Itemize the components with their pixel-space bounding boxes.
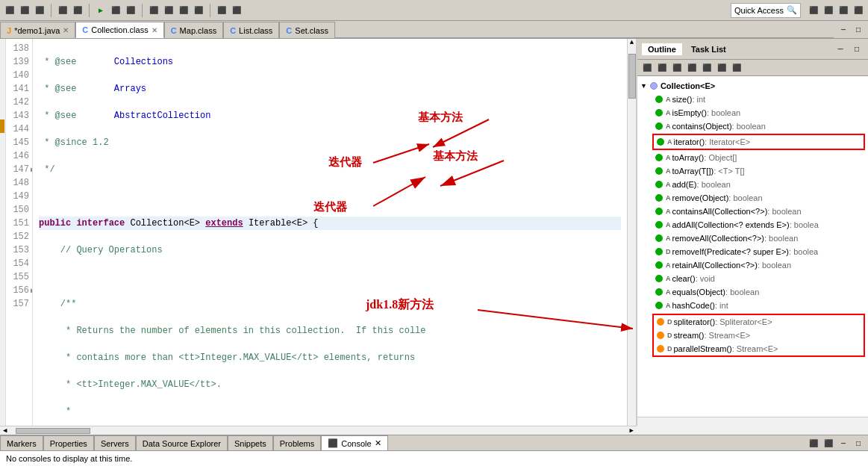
tab-snippets[interactable]: Snippets: [228, 435, 273, 450]
code-content-area[interactable]: * @see Collections * @see Arrays * @see …: [33, 39, 627, 426]
outline-root-item[interactable]: ▼ Collection<E>: [637, 79, 868, 93]
toolbar-btn-4[interactable]: ⬛: [56, 4, 69, 17]
toolbar-btn-8[interactable]: ⬛: [124, 4, 137, 17]
outline-method-clear[interactable]: A clear() : void: [637, 272, 868, 285]
outline-method-toArray2[interactable]: A toArray(T[]) : <T> T[]: [637, 164, 868, 178]
outline-horizontal-scrollbar[interactable]: [637, 417, 868, 426]
bottom-tb-2[interactable]: ⬛: [822, 437, 835, 450]
outline-method-remove[interactable]: A remove(Object) : boolean: [637, 191, 868, 205]
tab-servers[interactable]: Servers: [94, 435, 136, 450]
quick-access-box[interactable]: Quick Access 🔍: [731, 3, 801, 18]
access-containsAll: A: [666, 205, 671, 217]
scroll-thumb[interactable]: [628, 54, 636, 99]
outline-method-size[interactable]: A size() : int: [637, 93, 868, 106]
method-icon-retainAll: [655, 261, 663, 269]
outline-method-removeAll[interactable]: A removeAll(Collection<?>) : boolean: [637, 232, 868, 245]
outline-maximize-btn[interactable]: □: [850, 43, 864, 56]
toolbar-btn-13[interactable]: ⬛: [215, 4, 228, 17]
toolbar-btn-15[interactable]: ⬛: [807, 4, 820, 17]
outline-tab[interactable]: Outline: [642, 43, 682, 55]
toolbar-btn-18[interactable]: ⬛: [852, 4, 865, 17]
access-add: A: [666, 178, 671, 190]
tab-demo1[interactable]: J *demo1.java ✕: [0, 22, 75, 38]
bottom-minimize-btn[interactable]: ─: [837, 437, 850, 450]
outline-method-iterator[interactable]: A iterator() : Iterator<E>: [654, 135, 864, 149]
tab-markers[interactable]: Markers: [0, 435, 43, 450]
h-scroll-thumb[interactable]: [16, 428, 90, 434]
outline-method-removeIf[interactable]: D removeIf(Predicate<? super E>) : boole…: [637, 245, 868, 258]
access-toArray1: A: [666, 152, 671, 164]
outline-method-isEmpty[interactable]: A isEmpty() : boolean: [637, 106, 868, 119]
method-type-hashCode: : int: [715, 299, 728, 311]
outline-tb-1[interactable]: ⬛: [640, 61, 654, 75]
outline-method-parallelStream[interactable]: D parallelStream() : Stream<E>: [654, 342, 864, 355]
toolbar-btn-1[interactable]: ⬛: [3, 4, 16, 17]
outline-method-addAll[interactable]: A addAll(Collection<? extends E>) : bool…: [637, 218, 868, 232]
tab-console[interactable]: ⬛ Console ✕: [321, 435, 387, 450]
code-line-151: *: [39, 405, 621, 418]
editor-horizontal-scrollbar[interactable]: ◀ ▶: [0, 426, 637, 435]
access-clear: A: [666, 273, 671, 285]
line-num-139: 139: [6, 55, 29, 69]
toolbar-btn-10[interactable]: ⬛: [162, 4, 175, 17]
tab-label-snippets: Snippets: [234, 439, 266, 448]
toolbar-btn-17[interactable]: ⬛: [837, 4, 850, 17]
outline-tb-5[interactable]: ⬛: [700, 61, 714, 75]
scroll-left-btn[interactable]: ◀: [1, 426, 8, 435]
outline-minimize-btn[interactable]: ─: [834, 43, 847, 56]
bottom-tb-1[interactable]: ⬛: [807, 437, 820, 450]
toolbar-btn-16[interactable]: ⬛: [822, 4, 835, 17]
toolbar-btn-7[interactable]: ⬛: [109, 4, 122, 17]
method-type-retainAll: : boolean: [758, 259, 791, 271]
outline-tb-4[interactable]: ⬛: [685, 61, 699, 75]
toolbar-btn-11[interactable]: ⬛: [177, 4, 190, 17]
root-icon: [650, 82, 658, 90]
outline-method-containsAll[interactable]: A containsAll(Collection<?>) : boolean: [637, 205, 868, 218]
outline-tb-7[interactable]: ⬛: [730, 61, 743, 75]
outline-method-stream[interactable]: D stream() : Stream<E>: [654, 329, 864, 342]
bottom-maximize-btn[interactable]: □: [852, 437, 865, 450]
outline-tb-3[interactable]: ⬛: [670, 61, 684, 75]
outline-root-label: Collection<E>: [661, 80, 715, 92]
tab-list[interactable]: C List.class: [223, 22, 279, 38]
tab-close-collection[interactable]: ✕: [152, 26, 157, 34]
tab-map[interactable]: C Map.class: [164, 22, 223, 38]
task-list-tab[interactable]: Task List: [685, 43, 732, 55]
maximize-editor-btn[interactable]: □: [852, 23, 865, 37]
outline-method-toArray1[interactable]: A toArray() : Object[]: [637, 151, 868, 164]
outline-method-contains[interactable]: A contains(Object) : boolean: [637, 119, 868, 133]
root-collapse-icon[interactable]: ▼: [640, 80, 647, 92]
toolbar-btn-9[interactable]: ⬛: [147, 4, 160, 17]
line-num-153: 153: [6, 243, 29, 257]
toolbar-btn-12[interactable]: ⬛: [192, 4, 205, 17]
outline-method-equals[interactable]: A equals(Object) : boolean: [637, 285, 868, 299]
console-icon: ⬛: [328, 438, 338, 448]
tab-collection[interactable]: C Collection.class ✕: [75, 22, 163, 38]
toolbar-btn-6[interactable]: ▶: [94, 4, 107, 17]
line-num-152: 152: [6, 230, 29, 243]
tab-set[interactable]: C Set.class: [279, 22, 335, 38]
tab-close-demo1[interactable]: ✕: [63, 26, 69, 34]
toolbar-btn-2[interactable]: ⬛: [18, 4, 31, 17]
outline-method-spliterator[interactable]: D spliterator() : Spliterator<E>: [654, 315, 864, 329]
line-num-143: 143: [6, 109, 29, 122]
outline-method-retainAll[interactable]: A retainAll(Collection<?>) : boolean: [637, 258, 868, 272]
line-num-146: 146: [6, 149, 29, 163]
tab-datasource[interactable]: Data Source Explorer: [136, 435, 228, 450]
line-num-140: 140: [6, 69, 29, 82]
scroll-right-btn[interactable]: ▶: [628, 426, 635, 435]
minimize-editor-btn[interactable]: ─: [837, 23, 850, 37]
toolbar-btn-3[interactable]: ⬛: [33, 4, 46, 17]
tab-properties[interactable]: Properties: [43, 435, 94, 450]
outline-tb-2[interactable]: ⬛: [655, 61, 669, 75]
method-icon-hashCode: [655, 302, 663, 309]
editor-vertical-scrollbar[interactable]: ▲: [627, 39, 636, 426]
toolbar-btn-14[interactable]: ⬛: [230, 4, 243, 17]
tab-close-console[interactable]: ✕: [375, 438, 381, 448]
scroll-up-btn[interactable]: ▲: [628, 39, 636, 48]
outline-method-hashCode[interactable]: A hashCode() : int: [637, 299, 868, 312]
outline-tb-6[interactable]: ⬛: [715, 61, 728, 75]
outline-method-add[interactable]: A add(E) : boolean: [637, 178, 868, 191]
toolbar-btn-5[interactable]: ⬛: [71, 4, 84, 17]
tab-problems[interactable]: Problems: [273, 435, 321, 450]
